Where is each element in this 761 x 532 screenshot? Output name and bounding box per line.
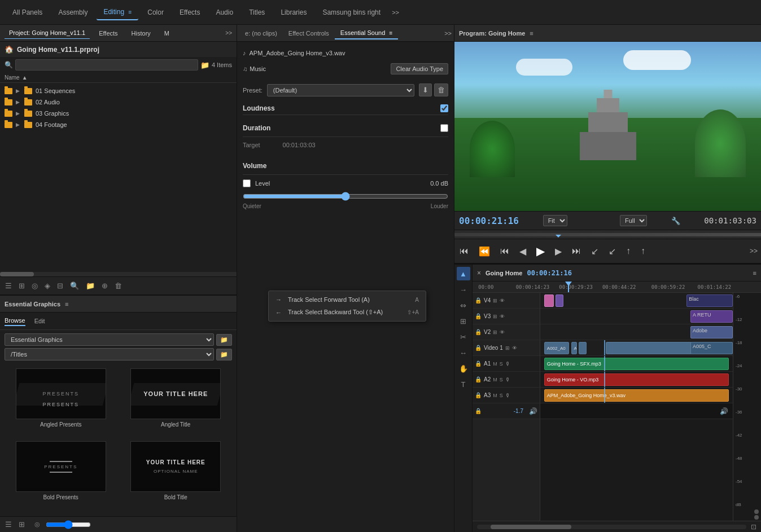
v2-clip[interactable]: Adobe: [690, 326, 733, 338]
eg-icon-btn[interactable]: ⊞: [17, 518, 27, 530]
template-angled-presents[interactable]: PRESENTS Angled Presents: [5, 368, 117, 439]
a1-s-btn[interactable]: S: [500, 361, 503, 367]
v3-lock-icon[interactable]: 🔒: [475, 313, 482, 319]
a2-clip[interactable]: Going Home - VO.mp3: [544, 373, 729, 386]
v1-eye-btn[interactable]: 👁: [512, 345, 517, 351]
nav-color[interactable]: Color: [141, 5, 170, 20]
extract-btn[interactable]: ↑: [639, 244, 647, 258]
preset-save-btn[interactable]: ⬇: [419, 83, 432, 96]
hand-tool[interactable]: ✋: [457, 362, 470, 375]
v1-clip-3[interactable]: [579, 342, 587, 354]
go-previous-btn[interactable]: ⏮: [498, 244, 511, 258]
quality-select[interactable]: Full: [620, 215, 647, 226]
insert-btn[interactable]: ↙: [589, 244, 600, 258]
nav-editing[interactable]: Editing ≡: [97, 5, 138, 20]
eg-browse-btn[interactable]: 📁: [216, 334, 232, 346]
a3-mic-btn[interactable]: 🎙: [505, 393, 510, 398]
step-back-btn[interactable]: ⏪: [477, 244, 492, 258]
freeform-btn[interactable]: ◎: [30, 280, 40, 292]
program-timecode[interactable]: 00:00:21:16: [459, 216, 519, 226]
zoom-btn[interactable]: ◈: [43, 280, 52, 292]
nav-titles[interactable]: Titles: [242, 5, 272, 20]
timeline-settings-icon[interactable]: ≡: [753, 270, 756, 276]
nav-all-panels[interactable]: All Panels: [6, 5, 49, 20]
wrench-icon[interactable]: 🔧: [671, 217, 680, 225]
program-menu-icon[interactable]: ≡: [530, 30, 533, 37]
project-scrollbar[interactable]: [0, 272, 237, 276]
panel-collapse-btn[interactable]: >>: [444, 30, 452, 37]
a1-mic-btn[interactable]: 🎙: [505, 361, 510, 367]
vol-lock-icon[interactable]: 🔒: [475, 408, 482, 414]
a1-m-btn[interactable]: M: [493, 361, 497, 367]
new-item-btn[interactable]: ⊕: [100, 280, 110, 292]
folder-03-graphics[interactable]: ▶ 03 Graphics: [0, 108, 237, 119]
vol-mark-btn[interactable]: 🔊: [720, 407, 728, 415]
timeline-scrollbar[interactable]: [477, 525, 746, 529]
v2-sync-btn[interactable]: ⊞: [493, 329, 497, 335]
timeline-scroll-thumb[interactable]: [491, 525, 571, 529]
v3-clip[interactable]: A RETU: [690, 310, 733, 323]
v4-clip-2[interactable]: [556, 294, 563, 307]
folder-04-footage[interactable]: ▶ 04 Footage: [0, 119, 237, 130]
panel-more-btn[interactable]: >>: [225, 30, 232, 36]
history-tab[interactable]: History: [127, 28, 155, 39]
rolling-edit-tool[interactable]: ⊞: [457, 314, 470, 328]
template-bold-title[interactable]: YOUR TITLE HERE OPTIONAL NAME Bold Title: [120, 441, 233, 512]
v1-clip-1[interactable]: A002_A0: [544, 342, 569, 354]
a3-s-btn[interactable]: S: [500, 393, 503, 398]
selection-tool[interactable]: ▲: [457, 267, 470, 280]
clear-audio-type-btn[interactable]: Clear Audio Type: [391, 63, 448, 74]
v1-sync-btn[interactable]: ⊞: [505, 345, 510, 351]
v4-clip-1[interactable]: [544, 294, 554, 307]
go-next-btn[interactable]: ⏭: [570, 244, 583, 258]
razor-tool[interactable]: ✂: [457, 330, 470, 344]
meter-dot-2[interactable]: [754, 515, 759, 520]
ripple-edit-tool[interactable]: ⇔: [457, 298, 470, 312]
level-checkbox[interactable]: [243, 179, 251, 187]
search-btn[interactable]: 🔍: [68, 280, 81, 292]
eg-source-select[interactable]: Essential Graphics: [5, 333, 214, 346]
folder-browse-icon[interactable]: 📁: [200, 61, 209, 69]
v1-lock-icon[interactable]: 🔒: [475, 345, 482, 351]
timeline-close-btn[interactable]: ×: [477, 269, 481, 277]
v3-sync-btn[interactable]: ⊞: [493, 314, 497, 319]
folder-02-audio[interactable]: ▶ 02 Audio: [0, 96, 237, 108]
v2-eye-btn[interactable]: 👁: [500, 329, 505, 335]
essential-sound-tab[interactable]: Essential Sound ≡: [335, 27, 398, 39]
frame-back-btn[interactable]: ◀: [518, 244, 528, 258]
a1-lock-icon[interactable]: 🔒: [475, 360, 482, 367]
playhead-bar[interactable]: [454, 230, 761, 239]
timeline-ruler[interactable]: 00:00 00:00:14:23 00:00:29:23 00:00:44:2…: [473, 282, 761, 293]
transport-more[interactable]: >>: [750, 247, 758, 255]
a1-clip[interactable]: Going Home - SFX.mp3: [544, 358, 729, 370]
v3-eye-btn[interactable]: 👁: [500, 314, 505, 319]
a3-m-btn[interactable]: M: [493, 393, 497, 398]
sort-btn[interactable]: ⊟: [55, 280, 65, 292]
list-view-btn[interactable]: ☰: [3, 280, 14, 292]
m-tab[interactable]: M: [160, 28, 174, 39]
loudness-checkbox[interactable]: [440, 104, 448, 112]
overwrite-btn[interactable]: ↙: [607, 244, 618, 258]
duration-checkbox[interactable]: [440, 124, 448, 132]
meter-dot-1[interactable]: [754, 509, 759, 514]
no-clips-tab[interactable]: e: (no clips): [239, 28, 283, 39]
master-mute-btn[interactable]: 🔊: [529, 407, 537, 415]
timeline-timecode[interactable]: 00:00:21:16: [527, 269, 571, 277]
new-folder-btn[interactable]: 📁: [84, 280, 97, 292]
frame-fwd-btn[interactable]: ▶: [553, 244, 563, 258]
effect-controls-tab[interactable]: Effect Controls: [283, 28, 335, 39]
search-input[interactable]: [15, 59, 198, 71]
nav-libraries[interactable]: Libraries: [274, 5, 313, 20]
a3-clip[interactable]: APM_Adobe_Going Home_v3.wav: [544, 389, 729, 402]
timeline-fit-btn[interactable]: ⊡: [751, 523, 756, 531]
v4-eye-btn[interactable]: 👁: [500, 298, 505, 304]
a2-s-btn[interactable]: S: [500, 377, 503, 382]
a2-m-btn[interactable]: M: [493, 377, 497, 382]
slip-tool[interactable]: ↔: [457, 346, 470, 359]
v1-clip-2[interactable]: A00: [571, 342, 577, 354]
a2-lock-icon[interactable]: 🔒: [475, 376, 482, 382]
type-tool[interactable]: T: [457, 377, 470, 391]
play-btn[interactable]: ▶: [535, 243, 546, 260]
eg-path-select[interactable]: /Titles: [5, 348, 214, 360]
icon-view-btn[interactable]: ⊞: [17, 280, 27, 292]
